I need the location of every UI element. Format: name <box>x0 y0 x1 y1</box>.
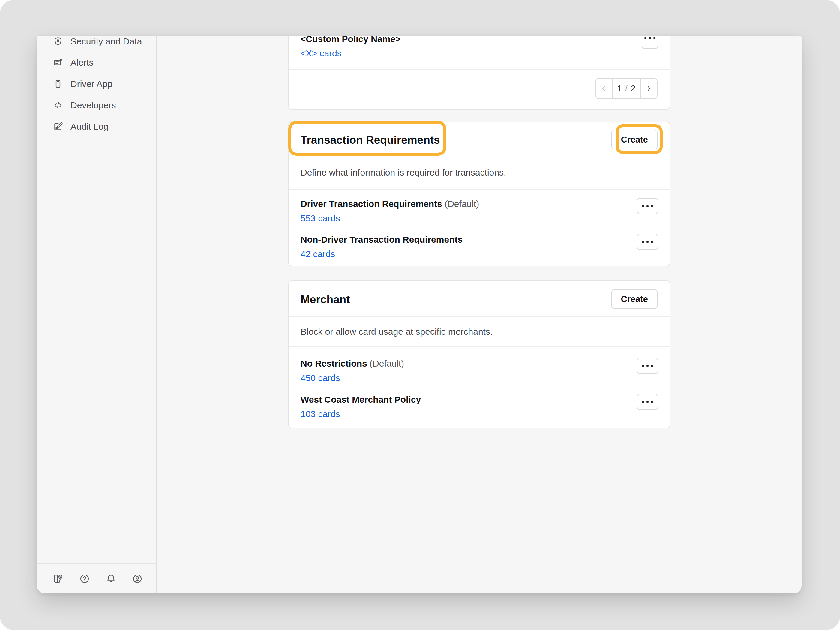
policy-name-text: No Restrictions <box>301 358 367 368</box>
divider <box>289 316 670 317</box>
map-guide-icon[interactable] <box>53 573 63 584</box>
create-button[interactable]: Create <box>611 289 658 309</box>
section-description: Define what information is required for … <box>301 166 506 179</box>
sidebar-item-developers[interactable]: Developers <box>37 95 156 116</box>
pagination-label: 1 / 2 <box>613 79 640 98</box>
ellipsis-icon <box>642 241 653 243</box>
sidebar-nav: Security and Data Alerts <box>37 36 156 137</box>
shield-lock-icon <box>53 36 63 46</box>
policy-name-text: Driver Transaction Requirements <box>301 199 442 209</box>
chevron-left-icon <box>600 85 608 92</box>
section-title: Transaction Requirements <box>301 133 440 147</box>
sidebar-item-label: Security and Data <box>71 36 142 46</box>
code-icon <box>53 100 63 110</box>
account-icon[interactable] <box>132 573 143 584</box>
alerts-message-icon <box>53 58 63 68</box>
create-button[interactable]: Create <box>611 129 658 149</box>
sidebar-item-label: Audit Log <box>71 122 109 132</box>
transaction-requirements-section: Transaction Requirements Create Define w… <box>288 122 671 267</box>
pagination-total: 2 <box>631 84 636 93</box>
sidebar: Security and Data Alerts <box>37 36 157 594</box>
policy-cards-link[interactable]: 553 cards <box>301 212 340 225</box>
sidebar-item-security-and-data[interactable]: Security and Data <box>37 36 156 52</box>
sidebar-item-alerts[interactable]: Alerts <box>37 52 156 73</box>
policy-menu-button[interactable] <box>637 234 658 250</box>
pagination: 1 / 2 <box>595 78 658 99</box>
section-title: Merchant <box>301 292 350 307</box>
policy-cards-link[interactable]: 450 cards <box>301 371 340 385</box>
policy-menu-button[interactable] <box>642 36 658 49</box>
sidebar-item-label: Alerts <box>71 58 93 68</box>
policy-name: Driver Transaction Requirements (Default… <box>301 197 479 211</box>
divider <box>289 156 670 157</box>
policy-cards-link[interactable]: <X> cards <box>301 47 342 60</box>
sidebar-item-audit-log[interactable]: Audit Log <box>37 116 156 137</box>
section-description: Block or allow card usage at specific me… <box>301 325 493 338</box>
ellipsis-icon <box>642 205 653 207</box>
main-content: <Custom Policy Name> <X> cards 1 / 2 <box>157 36 802 594</box>
divider <box>289 69 670 69</box>
policy-cards-link[interactable]: 42 cards <box>301 248 335 261</box>
divider <box>289 189 670 189</box>
policy-name: No Restrictions (Default) <box>301 357 404 370</box>
sidebar-item-label: Driver App <box>71 79 112 89</box>
ellipsis-icon <box>642 401 653 403</box>
audit-log-pen-icon <box>53 122 63 131</box>
policy-name: West Coast Merchant Policy <box>301 393 421 406</box>
help-icon[interactable] <box>79 573 90 584</box>
ellipsis-icon <box>644 37 655 39</box>
policy-cards-link[interactable]: 103 cards <box>301 407 340 421</box>
policy-name-text: Non-Driver Transaction Requirements <box>301 235 463 245</box>
notifications-bell-icon[interactable] <box>106 573 117 584</box>
policy-default-suffix: (Default) <box>442 199 479 209</box>
pagination-separator: / <box>625 84 628 93</box>
policy-menu-button[interactable] <box>637 198 658 214</box>
chevron-right-icon <box>645 85 653 92</box>
custom-policy-card: <Custom Policy Name> <X> cards 1 / 2 <box>288 36 671 109</box>
pagination-current: 1 <box>617 84 622 93</box>
pagination-next-button[interactable] <box>640 79 657 98</box>
app-window: Security and Data Alerts <box>37 36 802 594</box>
sidebar-item-label: Developers <box>71 100 116 111</box>
policy-menu-button[interactable] <box>637 358 658 374</box>
sidebar-item-driver-app[interactable]: Driver App <box>37 73 156 95</box>
pagination-prev-button[interactable] <box>596 79 613 98</box>
merchant-section: Merchant Create Block or allow card usag… <box>288 281 671 428</box>
policy-menu-button[interactable] <box>637 393 658 410</box>
policy-name: <Custom Policy Name> <box>301 36 401 46</box>
policy-name: Non-Driver Transaction Requirements <box>301 233 463 246</box>
policy-name-text: West Coast Merchant Policy <box>301 395 421 404</box>
divider <box>289 346 670 347</box>
policy-default-suffix: (Default) <box>367 358 404 368</box>
desktop-background: Security and Data Alerts <box>0 0 840 630</box>
smartphone-icon <box>53 79 63 89</box>
sidebar-footer <box>37 564 156 594</box>
ellipsis-icon <box>642 365 653 367</box>
